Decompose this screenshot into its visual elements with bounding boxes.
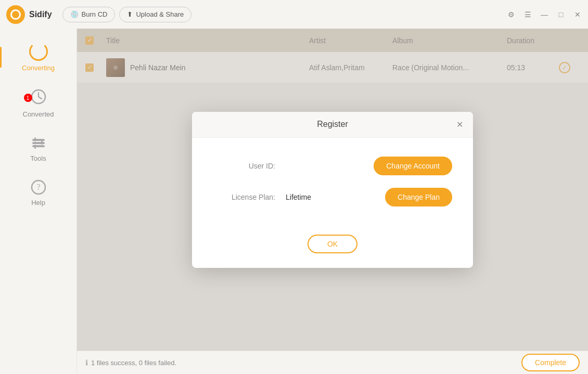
svg-rect-6 <box>34 137 36 141</box>
statusbar: ℹ 1 files success, 0 files failed. Compl… <box>77 351 588 374</box>
svg-rect-3 <box>32 139 45 141</box>
change-plan-button[interactable]: Change Plan <box>385 188 452 207</box>
close-button[interactable]: ✕ <box>573 10 582 19</box>
modal-overlay: Register ✕ User ID: Change Account Licen… <box>77 29 588 351</box>
svg-rect-7 <box>34 145 36 149</box>
sidebar-label-help: Help <box>31 199 45 207</box>
dialog-body: User ID: Change Account License Plan: Li… <box>192 138 473 235</box>
sidebar-label-converted: Converted <box>23 110 54 118</box>
clock-icon <box>30 88 47 105</box>
sidebar-item-converting[interactable]: Converting <box>0 34 76 80</box>
help-icon: ? <box>30 179 47 196</box>
license-value: Lifetime <box>286 193 385 201</box>
dialog-close-button[interactable]: ✕ <box>453 118 466 131</box>
upload-icon: ⬆ <box>127 10 133 18</box>
svg-rect-8 <box>41 140 43 145</box>
dialog-footer: OK <box>192 235 473 268</box>
titlebar-buttons: 💿 Burn CD ⬆ Upload & Share <box>62 7 192 22</box>
minimize-button[interactable]: — <box>540 10 548 19</box>
settings-icon[interactable]: ⚙ <box>507 10 515 19</box>
ok-button[interactable]: OK <box>308 235 357 253</box>
sidebar-item-help[interactable]: ? Help <box>0 171 76 215</box>
active-indicator <box>0 47 2 68</box>
titlebar-right: ⚙ ☰ — □ ✕ <box>507 10 582 19</box>
license-plan-row: License Plan: Lifetime Change Plan <box>213 188 452 207</box>
converting-spinner-icon <box>29 42 48 61</box>
burn-cd-button[interactable]: 💿 Burn CD <box>62 7 116 22</box>
status-text: 1 files success, 0 files failed. <box>91 359 176 367</box>
converted-badge: 1 <box>24 94 32 102</box>
svg-rect-5 <box>32 145 45 147</box>
dialog-title: Register <box>317 120 348 129</box>
menu-icon[interactable]: ☰ <box>523 10 532 19</box>
svg-line-2 <box>39 97 42 99</box>
tools-icon <box>30 135 47 151</box>
svg-rect-4 <box>32 142 45 144</box>
user-id-label: User ID: <box>213 162 275 170</box>
complete-button[interactable]: Complete <box>521 354 580 371</box>
sidebar-label-converting: Converting <box>22 64 55 72</box>
svg-text:?: ? <box>36 183 40 191</box>
register-dialog: Register ✕ User ID: Change Account Licen… <box>192 112 473 268</box>
burn-cd-icon: 💿 <box>70 10 79 18</box>
app-name: Sidify <box>29 10 52 19</box>
sidebar-item-tools[interactable]: Tools <box>0 126 76 171</box>
change-account-button[interactable]: Change Account <box>374 157 452 175</box>
sidebar-item-converted[interactable]: 1 Converted <box>0 80 76 126</box>
license-label: License Plan: <box>213 193 275 201</box>
sidebar: Converting 1 Converted Tools ? Help <box>0 29 77 374</box>
dialog-header: Register ✕ <box>192 112 473 138</box>
upload-share-button[interactable]: ⬆ Upload & Share <box>119 7 191 22</box>
sidebar-label-tools: Tools <box>30 154 46 162</box>
app-logo <box>6 5 25 24</box>
maximize-button[interactable]: □ <box>557 10 565 19</box>
titlebar: Sidify 💿 Burn CD ⬆ Upload & Share ⚙ ☰ — … <box>0 0 588 29</box>
info-icon: ℹ <box>85 358 88 367</box>
user-id-row: User ID: Change Account <box>213 157 452 175</box>
